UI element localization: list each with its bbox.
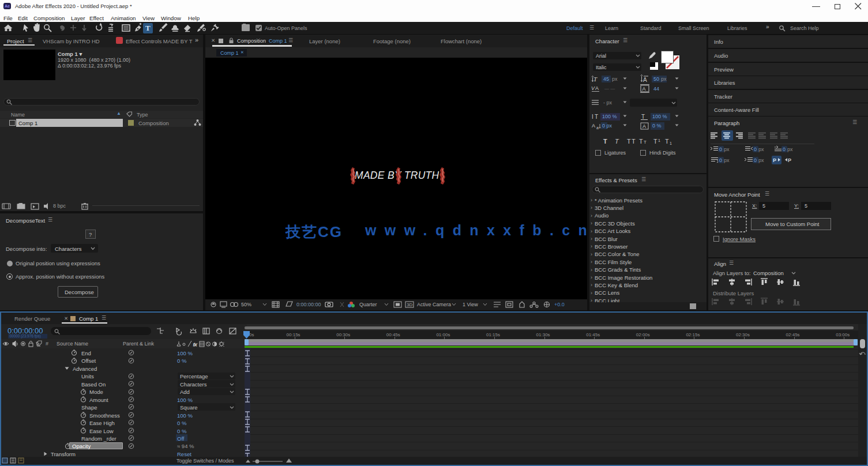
svg-text:V: V bbox=[591, 85, 595, 91]
svg-text:A: A bbox=[643, 77, 647, 83]
svg-text:T: T bbox=[593, 76, 598, 82]
svg-text:1 View: 1 View bbox=[463, 302, 478, 307]
svg-text:+0.0: +0.0 bbox=[554, 302, 565, 307]
svg-text:T: T bbox=[615, 138, 619, 145]
svg-text:T: T bbox=[639, 138, 643, 145]
svg-text:T: T bbox=[627, 138, 631, 145]
svg-text:T: T bbox=[644, 140, 647, 145]
svg-text:a: a bbox=[596, 126, 599, 130]
svg-text:A: A bbox=[642, 86, 646, 92]
svg-text:T: T bbox=[603, 138, 607, 145]
svg-text:P: P bbox=[788, 157, 791, 163]
svg-text:T: T bbox=[653, 138, 657, 145]
svg-text:T: T bbox=[641, 114, 645, 120]
svg-text:Quarter: Quarter bbox=[359, 302, 377, 307]
svg-text:Active Camera: Active Camera bbox=[417, 302, 451, 307]
svg-text:fx: fx bbox=[193, 342, 197, 347]
svg-text:50%: 50% bbox=[241, 302, 251, 307]
svg-text:T: T bbox=[632, 138, 636, 145]
svg-text:1: 1 bbox=[658, 138, 660, 142]
svg-text:I: I bbox=[592, 114, 593, 120]
svg-text:1: 1 bbox=[670, 141, 672, 145]
svg-text:P: P bbox=[773, 157, 776, 163]
svg-text:3D: 3D bbox=[407, 302, 412, 307]
svg-text:A: A bbox=[595, 85, 599, 91]
svg-text:T: T bbox=[665, 138, 669, 145]
svg-text:0:00:00:00: 0:00:00:00 bbox=[296, 302, 321, 307]
svg-text:T: T bbox=[595, 114, 598, 120]
svg-text:A: A bbox=[592, 123, 595, 129]
svg-text:A: A bbox=[642, 123, 646, 129]
